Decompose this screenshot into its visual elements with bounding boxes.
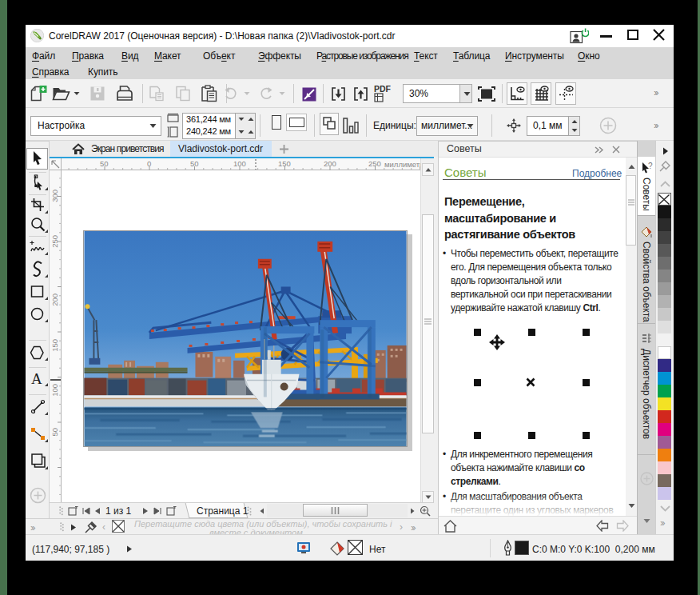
svg-text:?: ?: [648, 162, 653, 170]
